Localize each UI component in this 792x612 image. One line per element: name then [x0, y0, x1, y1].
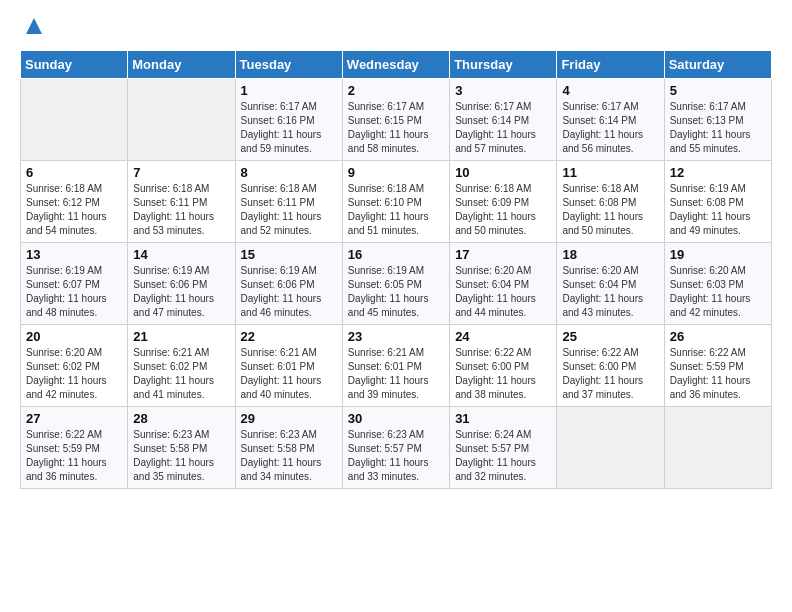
- day-number: 10: [455, 165, 551, 180]
- calendar-cell: 18Sunrise: 6:20 AMSunset: 6:04 PMDayligh…: [557, 243, 664, 325]
- day-info: Sunrise: 6:18 AMSunset: 6:10 PMDaylight:…: [348, 182, 444, 238]
- col-header-monday: Monday: [128, 51, 235, 79]
- day-number: 2: [348, 83, 444, 98]
- calendar-cell: 2Sunrise: 6:17 AMSunset: 6:15 PMDaylight…: [342, 79, 449, 161]
- calendar-cell: 6Sunrise: 6:18 AMSunset: 6:12 PMDaylight…: [21, 161, 128, 243]
- logo-text-block: [20, 16, 45, 40]
- calendar-cell: 12Sunrise: 6:19 AMSunset: 6:08 PMDayligh…: [664, 161, 771, 243]
- calendar-cell: 30Sunrise: 6:23 AMSunset: 5:57 PMDayligh…: [342, 407, 449, 489]
- calendar-cell: 1Sunrise: 6:17 AMSunset: 6:16 PMDaylight…: [235, 79, 342, 161]
- calendar-page: SundayMondayTuesdayWednesdayThursdayFrid…: [0, 0, 792, 505]
- day-number: 9: [348, 165, 444, 180]
- day-info: Sunrise: 6:18 AMSunset: 6:12 PMDaylight:…: [26, 182, 122, 238]
- day-info: Sunrise: 6:17 AMSunset: 6:14 PMDaylight:…: [455, 100, 551, 156]
- calendar-week-4: 20Sunrise: 6:20 AMSunset: 6:02 PMDayligh…: [21, 325, 772, 407]
- col-header-wednesday: Wednesday: [342, 51, 449, 79]
- calendar-cell: 23Sunrise: 6:21 AMSunset: 6:01 PMDayligh…: [342, 325, 449, 407]
- day-info: Sunrise: 6:17 AMSunset: 6:16 PMDaylight:…: [241, 100, 337, 156]
- svg-marker-0: [26, 18, 42, 34]
- day-number: 24: [455, 329, 551, 344]
- day-number: 12: [670, 165, 766, 180]
- calendar-cell: 16Sunrise: 6:19 AMSunset: 6:05 PMDayligh…: [342, 243, 449, 325]
- calendar-cell: 25Sunrise: 6:22 AMSunset: 6:00 PMDayligh…: [557, 325, 664, 407]
- day-number: 4: [562, 83, 658, 98]
- day-info: Sunrise: 6:20 AMSunset: 6:02 PMDaylight:…: [26, 346, 122, 402]
- day-number: 25: [562, 329, 658, 344]
- calendar-cell: 11Sunrise: 6:18 AMSunset: 6:08 PMDayligh…: [557, 161, 664, 243]
- day-info: Sunrise: 6:21 AMSunset: 6:01 PMDaylight:…: [348, 346, 444, 402]
- day-info: Sunrise: 6:20 AMSunset: 6:04 PMDaylight:…: [562, 264, 658, 320]
- calendar-cell: 29Sunrise: 6:23 AMSunset: 5:58 PMDayligh…: [235, 407, 342, 489]
- day-number: 6: [26, 165, 122, 180]
- day-info: Sunrise: 6:21 AMSunset: 6:02 PMDaylight:…: [133, 346, 229, 402]
- day-number: 17: [455, 247, 551, 262]
- calendar-cell: 10Sunrise: 6:18 AMSunset: 6:09 PMDayligh…: [450, 161, 557, 243]
- day-info: Sunrise: 6:18 AMSunset: 6:08 PMDaylight:…: [562, 182, 658, 238]
- calendar-cell: 21Sunrise: 6:21 AMSunset: 6:02 PMDayligh…: [128, 325, 235, 407]
- day-number: 28: [133, 411, 229, 426]
- calendar-cell: 28Sunrise: 6:23 AMSunset: 5:58 PMDayligh…: [128, 407, 235, 489]
- day-info: Sunrise: 6:17 AMSunset: 6:14 PMDaylight:…: [562, 100, 658, 156]
- page-header: [20, 16, 772, 40]
- calendar-week-5: 27Sunrise: 6:22 AMSunset: 5:59 PMDayligh…: [21, 407, 772, 489]
- day-info: Sunrise: 6:17 AMSunset: 6:13 PMDaylight:…: [670, 100, 766, 156]
- calendar-cell: 13Sunrise: 6:19 AMSunset: 6:07 PMDayligh…: [21, 243, 128, 325]
- calendar-cell: 4Sunrise: 6:17 AMSunset: 6:14 PMDaylight…: [557, 79, 664, 161]
- calendar-cell: 5Sunrise: 6:17 AMSunset: 6:13 PMDaylight…: [664, 79, 771, 161]
- day-info: Sunrise: 6:22 AMSunset: 5:59 PMDaylight:…: [670, 346, 766, 402]
- day-info: Sunrise: 6:23 AMSunset: 5:58 PMDaylight:…: [133, 428, 229, 484]
- day-number: 1: [241, 83, 337, 98]
- day-number: 21: [133, 329, 229, 344]
- calendar-cell: 20Sunrise: 6:20 AMSunset: 6:02 PMDayligh…: [21, 325, 128, 407]
- day-info: Sunrise: 6:20 AMSunset: 6:04 PMDaylight:…: [455, 264, 551, 320]
- day-number: 8: [241, 165, 337, 180]
- col-header-sunday: Sunday: [21, 51, 128, 79]
- calendar-cell: 3Sunrise: 6:17 AMSunset: 6:14 PMDaylight…: [450, 79, 557, 161]
- calendar-week-2: 6Sunrise: 6:18 AMSunset: 6:12 PMDaylight…: [21, 161, 772, 243]
- day-info: Sunrise: 6:22 AMSunset: 6:00 PMDaylight:…: [562, 346, 658, 402]
- calendar-cell: 7Sunrise: 6:18 AMSunset: 6:11 PMDaylight…: [128, 161, 235, 243]
- logo-triangle-icon: [23, 16, 45, 34]
- day-info: Sunrise: 6:23 AMSunset: 5:58 PMDaylight:…: [241, 428, 337, 484]
- calendar-cell: [557, 407, 664, 489]
- day-info: Sunrise: 6:19 AMSunset: 6:05 PMDaylight:…: [348, 264, 444, 320]
- calendar-cell: [21, 79, 128, 161]
- calendar-cell: 8Sunrise: 6:18 AMSunset: 6:11 PMDaylight…: [235, 161, 342, 243]
- day-number: 15: [241, 247, 337, 262]
- day-number: 13: [26, 247, 122, 262]
- day-info: Sunrise: 6:20 AMSunset: 6:03 PMDaylight:…: [670, 264, 766, 320]
- day-number: 11: [562, 165, 658, 180]
- day-info: Sunrise: 6:19 AMSunset: 6:07 PMDaylight:…: [26, 264, 122, 320]
- day-info: Sunrise: 6:19 AMSunset: 6:08 PMDaylight:…: [670, 182, 766, 238]
- day-info: Sunrise: 6:22 AMSunset: 6:00 PMDaylight:…: [455, 346, 551, 402]
- calendar-cell: [664, 407, 771, 489]
- calendar-week-1: 1Sunrise: 6:17 AMSunset: 6:16 PMDaylight…: [21, 79, 772, 161]
- day-number: 30: [348, 411, 444, 426]
- col-header-saturday: Saturday: [664, 51, 771, 79]
- logo: [20, 16, 45, 40]
- day-number: 31: [455, 411, 551, 426]
- calendar-header-row: SundayMondayTuesdayWednesdayThursdayFrid…: [21, 51, 772, 79]
- day-number: 23: [348, 329, 444, 344]
- calendar-cell: 19Sunrise: 6:20 AMSunset: 6:03 PMDayligh…: [664, 243, 771, 325]
- day-number: 29: [241, 411, 337, 426]
- calendar-cell: 24Sunrise: 6:22 AMSunset: 6:00 PMDayligh…: [450, 325, 557, 407]
- day-info: Sunrise: 6:18 AMSunset: 6:11 PMDaylight:…: [133, 182, 229, 238]
- day-info: Sunrise: 6:18 AMSunset: 6:09 PMDaylight:…: [455, 182, 551, 238]
- col-header-thursday: Thursday: [450, 51, 557, 79]
- calendar-cell: 17Sunrise: 6:20 AMSunset: 6:04 PMDayligh…: [450, 243, 557, 325]
- calendar-table: SundayMondayTuesdayWednesdayThursdayFrid…: [20, 50, 772, 489]
- calendar-cell: [128, 79, 235, 161]
- day-number: 7: [133, 165, 229, 180]
- calendar-cell: 27Sunrise: 6:22 AMSunset: 5:59 PMDayligh…: [21, 407, 128, 489]
- day-info: Sunrise: 6:21 AMSunset: 6:01 PMDaylight:…: [241, 346, 337, 402]
- day-info: Sunrise: 6:24 AMSunset: 5:57 PMDaylight:…: [455, 428, 551, 484]
- day-info: Sunrise: 6:22 AMSunset: 5:59 PMDaylight:…: [26, 428, 122, 484]
- day-number: 22: [241, 329, 337, 344]
- day-info: Sunrise: 6:19 AMSunset: 6:06 PMDaylight:…: [133, 264, 229, 320]
- day-number: 16: [348, 247, 444, 262]
- calendar-week-3: 13Sunrise: 6:19 AMSunset: 6:07 PMDayligh…: [21, 243, 772, 325]
- day-info: Sunrise: 6:18 AMSunset: 6:11 PMDaylight:…: [241, 182, 337, 238]
- col-header-friday: Friday: [557, 51, 664, 79]
- calendar-cell: 26Sunrise: 6:22 AMSunset: 5:59 PMDayligh…: [664, 325, 771, 407]
